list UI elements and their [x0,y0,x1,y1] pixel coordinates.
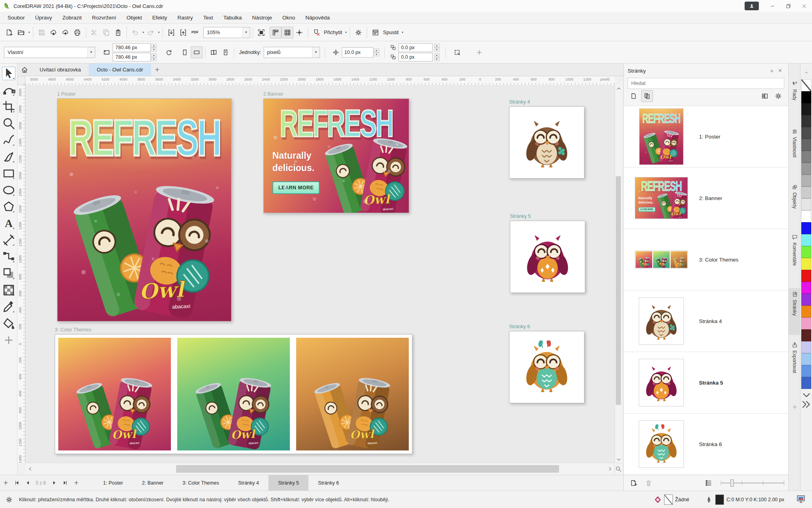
list-view-button[interactable] [703,477,714,489]
side-tab-exportovat[interactable]: Exportovat [789,339,801,394]
document-color-settings-icon[interactable] [796,494,806,504]
side-tab-komentare[interactable]: Komentáře [789,231,801,284]
palette-swatch[interactable] [801,187,811,198]
tool-freehand[interactable] [2,133,15,147]
vertical-ruler[interactable]: 3000280026002400220020001800160014001200… [17,85,25,463]
menu-item-5[interactable]: Objekt [121,13,147,22]
tool-eyedropper[interactable] [2,300,15,314]
docker-item-poster[interactable]: REFRESH 1: Poster [624,106,788,167]
page-width-field[interactable]: 780.46 px [113,43,151,52]
zoom-corner-button[interactable] [615,463,622,475]
outline-color-swatch[interactable] [715,495,724,505]
palette-swatch[interactable] [801,306,811,318]
print-button[interactable] [71,27,83,38]
publish-pdf-button[interactable]: PDF [189,27,201,38]
canvas-page-banner[interactable]: REFRESH Naturallydelicious. LEARN MORE [263,98,409,213]
tool-connector[interactable] [2,250,15,264]
palette-swatch[interactable] [801,198,811,210]
tool-more[interactable] [2,333,15,347]
zoom-level-combo[interactable]: 105%▼ [203,27,250,38]
redo-button[interactable] [145,27,157,38]
palette-swatch[interactable] [801,377,811,389]
canvas-page-6[interactable] [509,331,584,403]
palette-swatch[interactable] [801,341,811,353]
vertical-scroll-thumb[interactable] [616,176,621,405]
menu-item-12[interactable]: Nápověda [300,13,335,22]
canvas-page-themes[interactable] [55,334,412,454]
docker-collapse-icon[interactable]: » [768,67,776,74]
palette-swatch[interactable] [801,282,811,294]
tab-document[interactable]: Octo - Owl Cans.cdr [89,64,151,76]
vertical-scrollbar[interactable] [615,85,622,463]
save-button[interactable] [36,27,48,38]
add-docker-button[interactable] [789,401,801,413]
landscape-button[interactable] [191,46,203,58]
current-page-button[interactable] [220,46,232,58]
docker-close-icon[interactable]: × [776,67,784,74]
snap-dropdown[interactable]: ▼ [345,31,347,34]
rotate-page-icon[interactable] [163,46,175,58]
docker-item-page4[interactable]: Stránka 4 [624,291,788,352]
palette-swatch[interactable] [801,127,811,139]
canvas-page-poster[interactable]: REFRESH [57,98,232,321]
ruler-origin-corner[interactable] [17,76,25,85]
fill-none-swatch[interactable] [664,495,673,505]
palette-swatch[interactable] [801,329,811,341]
first-page-button[interactable] [11,475,22,491]
palette-swatch[interactable] [801,163,811,175]
open-dropdown[interactable]: ▼ [28,31,31,34]
fill-color-icon[interactable] [654,496,662,504]
fullscreen-preview-button[interactable] [255,27,267,38]
palette-swatch[interactable] [801,353,811,365]
palette-scroll-up[interactable] [801,69,812,76]
palette-swatch[interactable] [801,115,811,127]
tab-welcome-screen[interactable]: Uvítací obrazovka [32,64,89,76]
add-page-before-button[interactable] [0,475,11,491]
tool-rectangle[interactable] [2,167,15,180]
menu-item-7[interactable]: Rastry [172,13,198,22]
paste-button[interactable] [112,27,124,38]
horizontal-scroll-thumb[interactable] [176,465,559,473]
palette-swatch[interactable] [801,365,811,377]
palette-swatch[interactable] [801,318,811,329]
nudge-field[interactable]: 10.0 px [342,47,373,58]
new-document-tab-button[interactable] [151,64,163,76]
export-button[interactable] [177,27,189,38]
tool-polygon[interactable] [2,200,15,214]
palette-swatch[interactable] [801,246,811,258]
menu-item-6[interactable]: Efekty [147,13,172,22]
new-document-button[interactable] [3,27,15,38]
scroll-up-button[interactable] [615,85,622,92]
snap-off-button[interactable] [310,27,322,38]
tool-artistic-media[interactable] [2,150,15,164]
thumbnail-size-button[interactable] [759,90,771,102]
add-page-after-button[interactable] [71,475,82,491]
page-tab-1[interactable]: 1: Poster [94,475,132,491]
horizontal-ruler[interactable]: 5000480046004400420040003800360034003200… [25,76,615,85]
tool-transparency[interactable] [2,283,15,297]
options-gear-button[interactable] [352,27,364,38]
duplicate-x-field[interactable]: 0.0 px [398,43,433,52]
home-tab-button[interactable] [17,64,32,76]
tool-drop-shadow[interactable] [2,267,15,280]
thumbnail-size-slider[interactable] [721,479,784,487]
previous-page-button[interactable] [22,475,33,491]
scroll-down-button[interactable] [615,456,622,463]
import-button[interactable] [165,27,177,38]
menu-item-3[interactable]: Zobrazit [57,13,87,22]
page-height-spinner[interactable]: ▲▼ [151,53,157,61]
docker-item-page6[interactable]: Stránka 6 [624,414,788,475]
side-tab-stranky[interactable]: Stránky [789,288,801,335]
palette-expand-button[interactable] [801,401,812,408]
palette-swatch[interactable] [801,258,811,270]
drawing-canvas[interactable]: 1 Poster REFRESH 2 Banner REFRESH Natura… [25,85,615,463]
tool-interactive-fill[interactable] [2,317,15,330]
minimize-button[interactable] [764,0,780,12]
undo-button[interactable] [129,27,141,38]
menu-item-2[interactable]: Úpravy [30,13,57,22]
scroll-right-button[interactable] [605,463,615,475]
horizontal-scrollbar[interactable] [25,463,615,475]
delete-page-button[interactable] [643,477,655,489]
menu-item-11[interactable]: Okno [277,13,300,22]
last-page-button[interactable] [59,475,71,491]
